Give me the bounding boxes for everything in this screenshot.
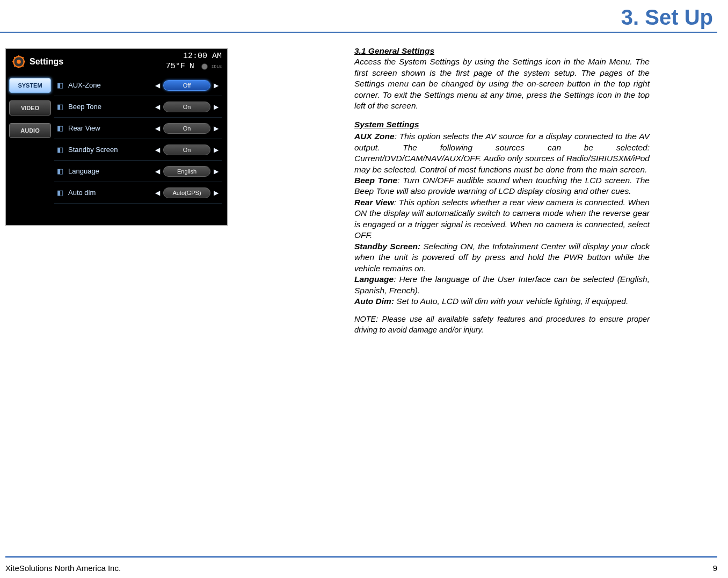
temperature: 75°F <box>166 62 185 72</box>
row-label: Standby Screen <box>66 146 152 154</box>
chevron-left-icon[interactable]: ◀ <box>152 82 163 89</box>
settings-row: ◧AUX-Zone◀Off▶ <box>54 75 222 96</box>
definition: Beep Tone: Turn ON/OFF audible sound whe… <box>354 175 650 197</box>
definition-term: AUX Zone <box>354 132 395 141</box>
chevron-left-icon[interactable]: ◀ <box>152 146 163 154</box>
standby-screen-icon: ◧ <box>54 146 66 154</box>
value-pill[interactable]: Off <box>163 80 210 91</box>
row-label: Rear View <box>66 124 152 132</box>
chevron-left-icon[interactable]: ◀ <box>152 125 163 132</box>
value-pill[interactable]: Auto(GPS) <box>163 187 210 198</box>
screenshot-header-label: Settings <box>30 57 63 67</box>
footer-left: XiteSolutions North America Inc. <box>5 563 121 573</box>
settings-row: ◧Standby Screen◀On▶ <box>54 139 222 161</box>
row-label: Auto dim <box>66 189 152 197</box>
side-tabs: SYSTEMVIDEOAUDIO <box>9 75 51 204</box>
definition-term: Language <box>354 274 394 284</box>
definition-term: Beep Tone <box>354 176 397 185</box>
settings-row: ◧Language◀English▶ <box>54 161 222 182</box>
definition-term: Standby Screen: <box>354 242 420 251</box>
chevron-right-icon[interactable]: ▶ <box>210 168 222 175</box>
aux-zone-icon: ◧ <box>54 81 66 89</box>
definition-term: Auto Dim: <box>354 297 394 306</box>
settings-row: ◧Beep Tone◀On▶ <box>54 96 222 118</box>
svg-line-6 <box>14 57 15 58</box>
svg-line-7 <box>23 66 24 67</box>
settings-row: ◧Rear View◀On▶ <box>54 118 222 139</box>
chevron-right-icon[interactable]: ▶ <box>210 125 222 132</box>
side-tab-system[interactable]: SYSTEM <box>9 78 51 93</box>
row-label: Language <box>66 167 152 175</box>
chevron-right-icon[interactable]: ▶ <box>210 189 222 197</box>
definition-text: : Turn ON/OFF audible sound when touchin… <box>354 176 650 196</box>
chevron-left-icon[interactable]: ◀ <box>152 168 163 175</box>
definition: Language: Here the language of the User … <box>354 274 650 296</box>
row-label: Beep Tone <box>66 103 152 111</box>
footer-rule <box>5 556 717 558</box>
definition-text: : Here the language of the User Interfac… <box>354 274 650 294</box>
chevron-right-icon[interactable]: ▶ <box>210 146 222 154</box>
definition-term: Rear View <box>354 198 394 207</box>
auto-dim-icon: ◧ <box>54 189 66 197</box>
clock: 12:00 AM <box>166 52 222 62</box>
rear-view-icon: ◧ <box>54 124 66 132</box>
sub-heading: System Settings <box>354 119 650 130</box>
beep-tone-icon: ◧ <box>54 103 66 111</box>
definition: Rear View: This option selects whether a… <box>354 197 650 241</box>
note-paragraph: NOTE: Please use all available safety fe… <box>354 314 650 335</box>
svg-point-1 <box>17 60 21 64</box>
chevron-right-icon[interactable]: ▶ <box>210 103 222 111</box>
definition: AUX Zone: This option selects the AV sou… <box>354 131 650 175</box>
value-pill[interactable]: On <box>163 144 210 155</box>
side-tab-audio[interactable]: AUDIO <box>9 123 51 138</box>
content-column: 3.1 General Settings Access the System S… <box>354 46 650 335</box>
definition: Standby Screen: Selecting ON, the Infota… <box>354 241 650 274</box>
idle-icon <box>202 64 207 69</box>
value-pill[interactable]: English <box>163 166 210 177</box>
definition-text: : This option selects the AV source for … <box>354 132 650 174</box>
gear-icon <box>11 54 26 69</box>
chevron-right-icon[interactable]: ▶ <box>210 82 222 89</box>
side-tab-video[interactable]: VIDEO <box>9 100 51 115</box>
page-title: 3. Set Up <box>0 5 717 30</box>
value-pill[interactable]: On <box>163 102 210 112</box>
settings-list: ◧AUX-Zone◀Off▶◧Beep Tone◀On▶◧Rear View◀O… <box>51 75 227 204</box>
title-rule <box>0 32 717 33</box>
definition-text: : This option selects whether a rear vie… <box>354 198 650 240</box>
language-icon: ◧ <box>54 167 66 175</box>
chevron-left-icon[interactable]: ◀ <box>152 189 163 197</box>
compass: N <box>190 62 194 72</box>
settings-screenshot: Settings 12:00 AM 75°F N IDLE SYSTEMVIDE… <box>5 48 228 226</box>
page-number: 9 <box>713 563 717 573</box>
intro-paragraph: Access the System Settings by using the … <box>354 56 650 111</box>
definition-text: Set to Auto, LCD will dim with your vehi… <box>394 297 628 306</box>
svg-line-8 <box>14 66 15 67</box>
row-label: AUX-Zone <box>66 81 152 89</box>
section-heading: 3.1 General Settings <box>354 46 650 56</box>
svg-line-9 <box>23 57 24 58</box>
definition: Auto Dim: Set to Auto, LCD will dim with… <box>354 296 650 307</box>
settings-row: ◧Auto dim◀Auto(GPS)▶ <box>54 182 222 204</box>
chevron-left-icon[interactable]: ◀ <box>152 103 163 111</box>
value-pill[interactable]: On <box>163 123 210 134</box>
status-block: 12:00 AM 75°F N IDLE <box>166 52 222 72</box>
idle-label: IDLE <box>212 64 222 69</box>
